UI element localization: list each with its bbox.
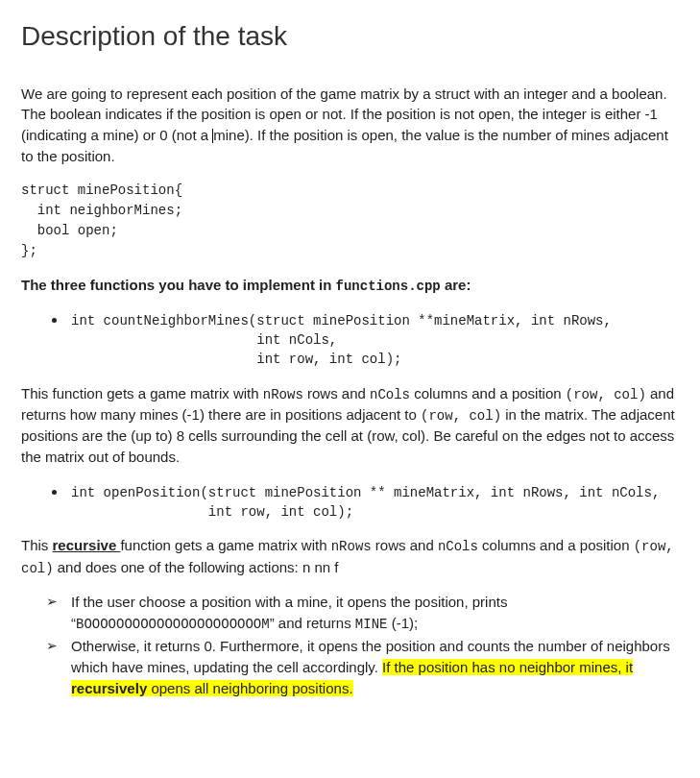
intro-paragraph: We are going to represent each position … bbox=[21, 84, 679, 167]
f1-rowcol: (row, col) bbox=[566, 387, 646, 402]
action-2: Otherwise, it returns 0. Furthermore, it… bbox=[67, 636, 679, 698]
f2-desc-e: and does one of the following actions: n… bbox=[54, 559, 339, 575]
function-2-description: This recursive function gets a game matr… bbox=[21, 535, 679, 578]
function-2-item: int openPosition(struct minePosition ** … bbox=[67, 481, 679, 523]
action2-hl-a: If the position has no neighbor mines, i… bbox=[382, 659, 633, 675]
f1-rowcol2: (row, col) bbox=[421, 408, 501, 424]
functions-heading-a: The three functions you have to implemen… bbox=[21, 277, 336, 293]
function-1-item: int countNeighborMines(struct minePositi… bbox=[67, 309, 679, 370]
function-list-1: int countNeighborMines(struct minePositi… bbox=[21, 309, 679, 370]
f2-recursive: recursive bbox=[53, 537, 121, 553]
f2-desc-a: This bbox=[21, 537, 53, 553]
f2-nrows: nRows bbox=[331, 539, 372, 554]
action1-boom: BOOOOOOOOOOOOOOOOOOOOOOM bbox=[76, 617, 270, 632]
f1-ncols: nCols bbox=[370, 387, 410, 402]
action1-b: ” and returns bbox=[270, 615, 355, 631]
f1-desc-b: rows and bbox=[303, 385, 370, 401]
struct-code-block: struct minePosition{ int neighborMines; … bbox=[21, 181, 679, 261]
functions-heading-b: are bbox=[441, 277, 467, 293]
action1-mine: MINE bbox=[355, 617, 388, 632]
action2-hl-b: opens all neighboring positions. bbox=[147, 680, 352, 696]
action1-c: (-1); bbox=[387, 615, 418, 631]
function-1-signature: int countNeighborMines(struct minePositi… bbox=[71, 311, 679, 370]
f2-desc-b: function gets a game matrix with bbox=[120, 537, 330, 553]
functions-heading: The three functions you have to implemen… bbox=[21, 275, 679, 296]
function-list-2: int openPosition(struct minePosition ** … bbox=[21, 481, 679, 523]
action2-hl-rec: recursively bbox=[71, 680, 147, 696]
function-1-description: This function gets a game matrix with nR… bbox=[21, 383, 679, 468]
f1-desc-c: columns and a position bbox=[410, 385, 566, 401]
page-title: Description of the task bbox=[21, 17, 679, 57]
f1-desc-a: This function gets a game matrix with bbox=[21, 385, 263, 401]
f2-ncols: nCols bbox=[438, 539, 478, 554]
f2-desc-c: rows and bbox=[372, 537, 438, 553]
f2-desc-d: columns and a position bbox=[478, 537, 634, 553]
actions-list: If the user choose a position with a min… bbox=[21, 592, 679, 698]
function-2-signature: int openPosition(struct minePosition ** … bbox=[71, 483, 679, 523]
functions-file: functions.cpp bbox=[336, 279, 441, 294]
f1-nrows: nRows bbox=[263, 387, 303, 402]
action-1: If the user choose a position with a min… bbox=[67, 592, 679, 634]
